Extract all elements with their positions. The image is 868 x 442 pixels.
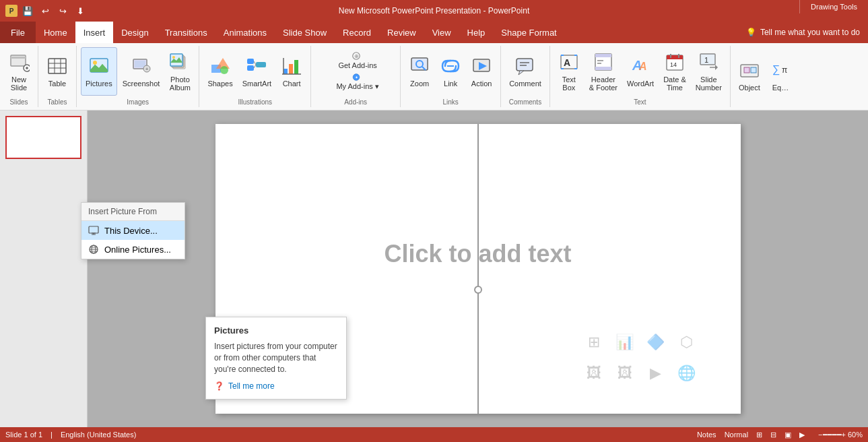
menu-view[interactable]: View xyxy=(424,22,459,43)
svg-rect-1 xyxy=(11,57,26,59)
menu-search[interactable]: 💡 Tell me what you want to do xyxy=(738,22,868,43)
table-label: Table xyxy=(48,80,66,88)
customize-qat-button[interactable]: ⬇ xyxy=(73,3,88,18)
chart-icon xyxy=(281,55,302,77)
photo-album-button[interactable]: PhotoAlbum xyxy=(165,47,195,96)
header-footer-button[interactable]: Header& Footer xyxy=(585,47,622,96)
object-group-buttons: Object ∑ π Eq… xyxy=(735,46,795,104)
slideshow-icon[interactable]: ▶ xyxy=(799,431,805,439)
photo-album-label: PhotoAlbum xyxy=(170,75,191,92)
illustrations-group-buttons: Shapes SmartArt xyxy=(203,46,306,97)
my-addins-button[interactable]: ✦ My Add-ins ▾ xyxy=(315,72,396,92)
title-bar: P 💾 ↩ ↪ ⬇ New Microsoft PowerPoint Prese… xyxy=(0,0,868,22)
menu-slideshow[interactable]: Slide Show xyxy=(275,22,335,43)
view-notes-button[interactable]: Notes xyxy=(697,431,716,439)
date-time-button[interactable]: 14 Date &Time xyxy=(659,47,690,96)
lightbulb-icon: 💡 xyxy=(746,28,756,37)
slides-group-buttons: NewSlide xyxy=(4,46,34,97)
online-pictures-icon xyxy=(88,244,99,255)
timeline-line xyxy=(477,124,479,414)
smartart-button[interactable]: SmartArt xyxy=(238,47,275,96)
links-group-buttons: Zoom Link Action xyxy=(405,46,496,97)
ribbon-group-object: Object ∑ π Eq… xyxy=(731,46,799,107)
svg-text:14: 14 xyxy=(670,61,677,68)
comment-label: Comment xyxy=(509,80,541,88)
svg-rect-62 xyxy=(667,55,683,59)
timeline-circle xyxy=(474,286,482,294)
illustrations-group-label: Illustrations xyxy=(203,97,306,107)
images-group-buttons: Pictures + Screenshot xyxy=(81,46,195,97)
wordart-icon: A A xyxy=(630,55,651,77)
redo-qat-button[interactable]: ↪ xyxy=(55,3,70,18)
menu-insert[interactable]: Insert xyxy=(75,22,114,43)
svg-text:A: A xyxy=(564,57,570,68)
link-button[interactable]: Link xyxy=(436,47,465,96)
this-device-item[interactable]: This Device... xyxy=(81,221,185,240)
new-slide-label: NewSlide xyxy=(11,75,27,92)
menu-animations[interactable]: Animations xyxy=(215,22,275,43)
object-button[interactable]: Object xyxy=(735,51,764,100)
get-addins-icon: ⊕ xyxy=(351,52,362,60)
menu-record[interactable]: Record xyxy=(335,22,379,43)
menu-file[interactable]: File xyxy=(0,22,36,43)
menu-home[interactable]: Home xyxy=(36,22,75,43)
pictures-button[interactable]: Pictures xyxy=(81,47,117,96)
slide-number-button[interactable]: 1 SlideNumber xyxy=(692,47,726,96)
screenshot-button[interactable]: + Screenshot xyxy=(119,47,164,96)
tables-group-label: Tables xyxy=(42,97,72,107)
svg-text:1: 1 xyxy=(704,56,708,64)
placeholder-picture-icon: 🖼 xyxy=(580,360,607,387)
equation-button[interactable]: ∑ π Eq… xyxy=(766,51,795,100)
ribbon-group-images: Pictures + Screenshot xyxy=(77,46,199,107)
zoom-button[interactable]: Zoom xyxy=(405,47,434,96)
menu-help[interactable]: Help xyxy=(459,22,494,43)
menu-design[interactable]: Design xyxy=(113,22,156,43)
wordart-label: WordArt xyxy=(627,80,654,88)
svg-rect-72 xyxy=(751,67,756,73)
main-area: Click to add text ⊞ 📊 🔷 ⬡ 🖼 🖼 ▶ 🌐 xyxy=(88,110,868,427)
menu-review[interactable]: Review xyxy=(379,22,424,43)
chart-button[interactable]: Chart xyxy=(277,47,306,96)
new-slide-button[interactable]: NewSlide xyxy=(4,47,34,96)
shapes-button[interactable]: Shapes xyxy=(203,47,236,96)
slide-sorter-icon[interactable]: ⊟ xyxy=(770,431,776,439)
placeholder-3d-icon: ⬡ xyxy=(673,329,700,356)
undo-qat-button[interactable]: ↩ xyxy=(38,3,53,18)
comment-button[interactable]: Comment xyxy=(505,47,545,96)
equation-icon: ∑ π xyxy=(770,59,791,81)
drawing-tools-label: Drawing Tools xyxy=(799,0,868,13)
reading-view-icon[interactable]: ▣ xyxy=(784,431,791,439)
insert-picture-dropdown: Insert Picture From This Device... xyxy=(81,202,185,259)
save-qat-button[interactable]: 💾 xyxy=(20,3,35,18)
zoom-control[interactable]: −━━━━+ 60% xyxy=(818,431,863,439)
screenshot-icon: + xyxy=(131,55,152,77)
placeholder-smartart-icon: 🔷 xyxy=(642,329,669,356)
chart-label: Chart xyxy=(283,80,301,88)
table-button[interactable]: Table xyxy=(42,47,72,96)
wordart-button[interactable]: A A WordArt xyxy=(623,47,658,96)
text-group-buttons: A TextBox He xyxy=(554,46,726,97)
slide-thumbnail[interactable] xyxy=(5,116,81,159)
online-pictures-item[interactable]: Online Pictures... xyxy=(81,240,185,259)
tooltip-title: Pictures xyxy=(214,325,338,336)
normal-view-icon[interactable]: ⊞ xyxy=(756,431,762,439)
menu-shapeformat[interactable]: Shape Format xyxy=(493,22,564,43)
text-box-icon: A xyxy=(558,51,580,73)
svg-text:∑: ∑ xyxy=(772,63,780,75)
tables-group-buttons: Table xyxy=(42,46,72,97)
svg-rect-31 xyxy=(294,60,298,74)
get-addins-button[interactable]: ⊕ Get Add-ins xyxy=(315,51,396,71)
text-box-label: TextBox xyxy=(562,75,576,92)
action-icon xyxy=(471,55,492,77)
text-group-label: Text xyxy=(554,97,726,107)
view-normal-button[interactable]: Normal xyxy=(725,431,748,439)
text-box-button[interactable]: A TextBox xyxy=(554,47,584,96)
tell-me-more-link[interactable]: ❓ Tell me more xyxy=(214,381,338,391)
svg-rect-44 xyxy=(516,59,533,71)
menu-transitions[interactable]: Transitions xyxy=(157,22,215,43)
my-addins-icon: ✦ xyxy=(351,73,362,81)
action-button[interactable]: Action xyxy=(467,47,496,96)
slide-number-icon: 1 xyxy=(698,51,719,73)
action-label: Action xyxy=(471,80,492,88)
screenshot-label: Screenshot xyxy=(123,80,160,88)
